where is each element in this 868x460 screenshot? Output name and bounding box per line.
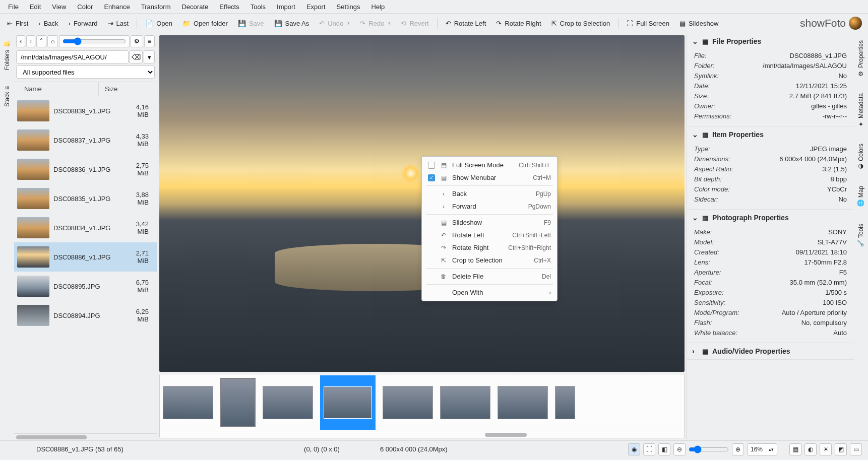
nav-back-button[interactable]: ‹	[16, 35, 25, 47]
rail-tab-metadata[interactable]: ✦ Metadata	[856, 89, 865, 132]
context-item-slideshow[interactable]: ▤SlideshowF9	[422, 216, 557, 229]
context-label: Forward	[452, 203, 523, 210]
menu-help[interactable]: Help	[366, 1, 390, 13]
rail-tab-map[interactable]: 🌐 Map	[856, 182, 865, 211]
nav-up-button[interactable]: ˄	[36, 35, 46, 47]
zoom-value[interactable]: 16%▴▾	[747, 443, 777, 455]
nav-forward-button[interactable]: ›	[26, 35, 35, 47]
filmstrip-item[interactable]	[220, 378, 256, 427]
crop-button[interactable]: ⇱Crop to Selection	[547, 17, 614, 30]
col-size-header[interactable]: Size	[99, 82, 157, 96]
file-item[interactable]: DSC08837_v1.JPG 4,33 MiB	[14, 125, 157, 155]
context-shortcut: F9	[544, 219, 551, 226]
context-item-full-screen-mode[interactable]: ▤Full Screen ModeCtrl+Shift+F	[422, 159, 557, 171]
file-item[interactable]: DSC08895.JPG 6,75 MiB	[14, 272, 157, 301]
rail-tab-tools[interactable]: 🔧 Tools	[856, 220, 865, 251]
filmstrip-item[interactable]	[263, 386, 313, 419]
rail-tab-properties[interactable]: ⚙ Properties	[856, 36, 865, 81]
file-size: 4,16 MiB	[123, 103, 154, 118]
status-btn-3[interactable]: ◧	[658, 443, 670, 455]
context-item-rotate-right[interactable]: ↷Rotate RightCtrl+Shift+Right	[422, 241, 557, 254]
nav-settings-button[interactable]: ⚙	[131, 35, 143, 47]
sidebar-hscroll[interactable]	[14, 433, 157, 440]
zoom-in-button[interactable]: ⊕	[732, 443, 744, 455]
context-item-open-with[interactable]: Open With›	[422, 286, 557, 299]
rotate-right-button[interactable]: ↷Rotate Right	[492, 17, 545, 30]
open-folder-button[interactable]: 📁Open folder	[178, 17, 232, 30]
prop-header[interactable]: ⌄▦Photograph Properties	[687, 210, 854, 226]
save-as-button[interactable]: 💾Save As	[270, 17, 314, 30]
context-item-back[interactable]: ‹BackPgUp	[422, 187, 557, 200]
context-item-rotate-left[interactable]: ↶Rotate LeftCtrl+Shift+Left	[422, 229, 557, 241]
zoom-slider[interactable]	[689, 445, 729, 453]
nav-list-button[interactable]: ≡	[144, 35, 155, 47]
context-item-show-menubar[interactable]: ✓▤Show MenubarCtrl+M	[422, 171, 557, 184]
file-item[interactable]: DSC08886_v1.JPG 2,71 MiB	[14, 242, 157, 272]
open-button[interactable]: 📄Open	[141, 17, 176, 30]
filmstrip-item[interactable]	[498, 386, 548, 419]
full-screen-button[interactable]: ⛶Full Screen	[623, 17, 673, 30]
menu-import[interactable]: Import	[272, 1, 300, 13]
rail-tab-colors[interactable]: ◐ Colors	[856, 140, 865, 174]
filmstrip-item[interactable]	[440, 386, 490, 419]
status-btn-1[interactable]: ◉	[628, 443, 640, 455]
file-item[interactable]: DSC08835_v1.JPG 3,88 MiB	[14, 184, 157, 213]
col-name-header[interactable]: Name	[14, 82, 99, 96]
file-thumbnail	[17, 188, 49, 209]
first-button[interactable]: ⇤First	[3, 17, 32, 30]
last-button[interactable]: ⇥Last	[104, 17, 133, 30]
menu-enhance[interactable]: Enhance	[99, 1, 135, 13]
file-item[interactable]: DSC08894.JPG 6,25 MiB	[14, 301, 157, 330]
rotate-left-button[interactable]: ↶Rotate Left	[442, 17, 490, 30]
filmstrip-item[interactable]	[163, 386, 213, 419]
menu-export[interactable]: Export	[301, 1, 331, 13]
status-btn-c[interactable]: ☀	[820, 443, 832, 455]
rail-tab-folders[interactable]: Folders 📁	[3, 36, 12, 74]
status-position: DSC08886_v1.JPG (53 of 65)	[36, 445, 123, 453]
filmstrip-scroll[interactable]	[160, 431, 684, 438]
context-shortcut: Ctrl+Shift+Left	[512, 232, 551, 239]
status-btn-a[interactable]: ▦	[789, 443, 801, 455]
zoom-out-button[interactable]: ⊖	[673, 443, 686, 455]
filmstrip-item-selected[interactable]	[320, 375, 376, 430]
file-item[interactable]: DSC08834_v1.JPG 3,42 MiB	[14, 213, 157, 242]
prop-header[interactable]: ⌄▦File Properties	[687, 33, 854, 49]
menu-file[interactable]: File	[3, 1, 24, 13]
status-btn-d[interactable]: ◩	[835, 443, 847, 455]
file-item[interactable]: DSC08836_v1.JPG 2,75 MiB	[14, 155, 157, 184]
forward-button[interactable]: ›Forward	[65, 17, 102, 30]
rail-tab-stack[interactable]: Stack ≡	[3, 82, 12, 111]
filter-select[interactable]: All supported files	[16, 65, 155, 79]
slideshow-button[interactable]: ▤Slideshow	[675, 17, 722, 30]
menu-edit[interactable]: Edit	[25, 1, 46, 13]
file-item[interactable]: DSC08839_v1.JPG 4,16 MiB	[14, 96, 157, 125]
menu-transform[interactable]: Transform	[136, 1, 176, 13]
status-btn-2[interactable]: ⛶	[643, 443, 655, 455]
filmstrip-item[interactable]	[383, 386, 433, 419]
back-button[interactable]: ‹Back	[34, 17, 62, 30]
nav-home-button[interactable]: ⌂	[47, 35, 58, 47]
menu-color[interactable]: Color	[72, 1, 98, 13]
menu-view[interactable]: View	[47, 1, 71, 13]
status-btn-b[interactable]: ◐	[804, 443, 817, 455]
context-item-crop-to-selection[interactable]: ⇱Crop to SelectionCtrl+X	[422, 254, 557, 267]
menu-settings[interactable]: Settings	[332, 1, 365, 13]
status-btn-e[interactable]: ▭	[850, 443, 862, 455]
prop-header[interactable]: ⌄▦Item Properties	[687, 126, 854, 143]
thumb-size-slider[interactable]	[59, 35, 130, 47]
prop-header[interactable]: ›▦Audio/Video Properties	[687, 343, 854, 359]
context-separator	[426, 214, 553, 215]
path-dropdown-button[interactable]: ▾	[144, 50, 155, 63]
path-clear-button[interactable]: ⌫	[130, 50, 143, 63]
context-item-forward[interactable]: ›ForwardPgDown	[422, 200, 557, 213]
menu-effects[interactable]: Effects	[214, 1, 244, 13]
prop-row: Owner:gilles - gilles	[694, 101, 847, 111]
file-size: 2,71 MiB	[123, 249, 154, 265]
menu-decorate[interactable]: Decorate	[176, 1, 213, 13]
prop-section-item: ⌄▦Item PropertiesType:JPEG imageDimensio…	[687, 126, 854, 210]
path-input[interactable]	[16, 50, 129, 63]
menu-tools[interactable]: Tools	[245, 1, 271, 13]
file-thumbnail	[17, 217, 49, 238]
context-item-delete-file[interactable]: 🗑Delete FileDel	[422, 270, 557, 283]
filmstrip-item[interactable]	[555, 386, 575, 419]
